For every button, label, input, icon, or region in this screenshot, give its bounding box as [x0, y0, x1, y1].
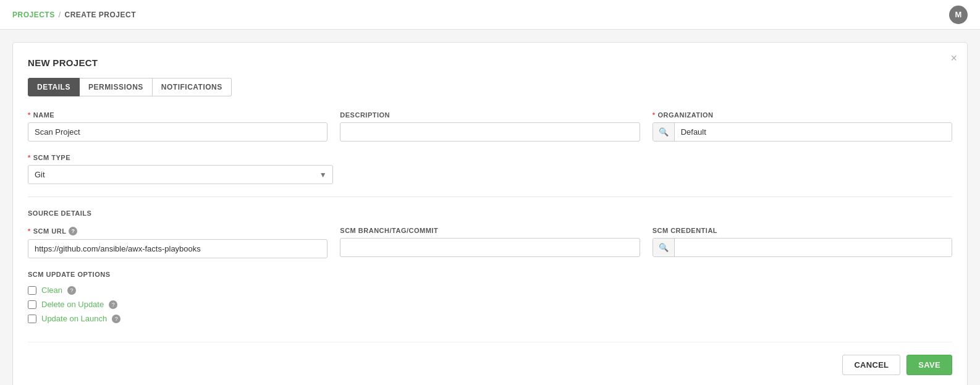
breadcrumb: PROJECTS / CREATE PROJECT [12, 11, 136, 19]
form-actions: CANCEL SAVE [28, 342, 952, 375]
row-name-desc-org: * NAME DESCRIPTION * ORGANIZATION 🔍 [28, 111, 952, 142]
row-scm-details: * SCM URL ? SCM BRANCH/TAG/COMMIT SCM CR… [28, 227, 952, 258]
clean-label: Clean [41, 286, 62, 295]
avatar[interactable]: M [949, 6, 968, 24]
breadcrumb-parent[interactable]: PROJECTS [12, 11, 55, 19]
scm-type-select[interactable]: Git Manual Subversion Mercurial Remote A… [28, 165, 333, 184]
scm-credential-input[interactable] [675, 239, 952, 256]
main-content: NEW PROJECT × DETAILS PERMISSIONS NOTIFI… [0, 30, 980, 385]
clean-help-icon[interactable]: ? [67, 286, 76, 295]
description-input[interactable] [340, 122, 640, 142]
scm-url-required-star: * [28, 227, 31, 235]
org-required-star: * [653, 111, 656, 119]
scm-credential-search-icon[interactable]: 🔍 [653, 239, 675, 256]
scm-update-options-label: SCM UPDATE OPTIONS [28, 271, 952, 278]
tabs-container: DETAILS PERMISSIONS NOTIFICATIONS [28, 78, 952, 96]
delete-on-update-checkbox-item[interactable]: Delete on Update ? [28, 300, 952, 309]
save-button[interactable]: SAVE [906, 355, 952, 375]
organization-input-container: 🔍 [653, 122, 952, 142]
row-scm-type: * SCM TYPE Git Manual Subversion Mercuri… [28, 154, 333, 184]
scm-type-group: * SCM TYPE Git Manual Subversion Mercuri… [28, 154, 333, 184]
tab-permissions[interactable]: PERMISSIONS [80, 78, 153, 96]
organization-group: * ORGANIZATION 🔍 [653, 111, 952, 142]
section-divider [28, 197, 952, 197]
name-group: * NAME [28, 111, 327, 142]
delete-on-update-checkbox[interactable] [28, 300, 36, 309]
scm-type-label: * SCM TYPE [28, 154, 333, 161]
scm-required-star: * [28, 154, 31, 161]
delete-on-update-help-icon[interactable]: ? [109, 300, 117, 309]
organization-label: * ORGANIZATION [653, 111, 952, 119]
update-on-launch-checkbox[interactable] [28, 315, 36, 323]
organization-input[interactable] [675, 123, 952, 141]
name-required-star: * [28, 111, 31, 119]
name-label: * NAME [28, 111, 327, 119]
breadcrumb-separator: / [59, 11, 61, 19]
scm-branch-label: SCM BRANCH/TAG/COMMIT [340, 227, 640, 234]
top-bar: PROJECTS / CREATE PROJECT M [0, 0, 980, 30]
scm-url-help-icon[interactable]: ? [69, 227, 77, 235]
description-label: DESCRIPTION [340, 111, 640, 119]
update-on-launch-help-icon[interactable]: ? [112, 315, 120, 323]
description-group: DESCRIPTION [340, 111, 640, 142]
breadcrumb-current: CREATE PROJECT [65, 11, 136, 19]
checkbox-group: Clean ? Delete on Update ? Update on Lau… [28, 286, 952, 323]
tab-notifications[interactable]: NOTIFICATIONS [153, 78, 232, 96]
clean-checkbox-item[interactable]: Clean ? [28, 286, 952, 295]
update-on-launch-label: Update on Launch [41, 314, 107, 323]
form-card: NEW PROJECT × DETAILS PERMISSIONS NOTIFI… [12, 42, 968, 385]
scm-url-label: * SCM URL ? [28, 227, 327, 235]
scm-type-select-wrapper: Git Manual Subversion Mercurial Remote A… [28, 165, 333, 184]
organization-search-icon[interactable]: 🔍 [653, 123, 675, 141]
cancel-button[interactable]: CANCEL [842, 355, 900, 375]
scm-credential-input-container: 🔍 [653, 238, 952, 257]
delete-on-update-label: Delete on Update [41, 300, 104, 309]
tab-details[interactable]: DETAILS [28, 78, 80, 96]
card-title: NEW PROJECT [28, 57, 952, 68]
source-details-title: SOURCE DETAILS [28, 209, 952, 217]
clean-checkbox[interactable] [28, 286, 36, 295]
scm-branch-input[interactable] [340, 238, 640, 257]
scm-branch-group: SCM BRANCH/TAG/COMMIT [340, 227, 640, 258]
name-input[interactable] [28, 122, 327, 142]
scm-url-group: * SCM URL ? [28, 227, 327, 258]
scm-update-options-group: SCM UPDATE OPTIONS Clean ? Delete on Upd… [28, 271, 952, 323]
scm-credential-group: SCM CREDENTIAL 🔍 [653, 227, 952, 258]
close-button[interactable]: × [950, 53, 957, 64]
scm-credential-label: SCM CREDENTIAL [653, 227, 952, 234]
scm-url-input[interactable] [28, 239, 327, 258]
update-on-launch-checkbox-item[interactable]: Update on Launch ? [28, 314, 952, 323]
